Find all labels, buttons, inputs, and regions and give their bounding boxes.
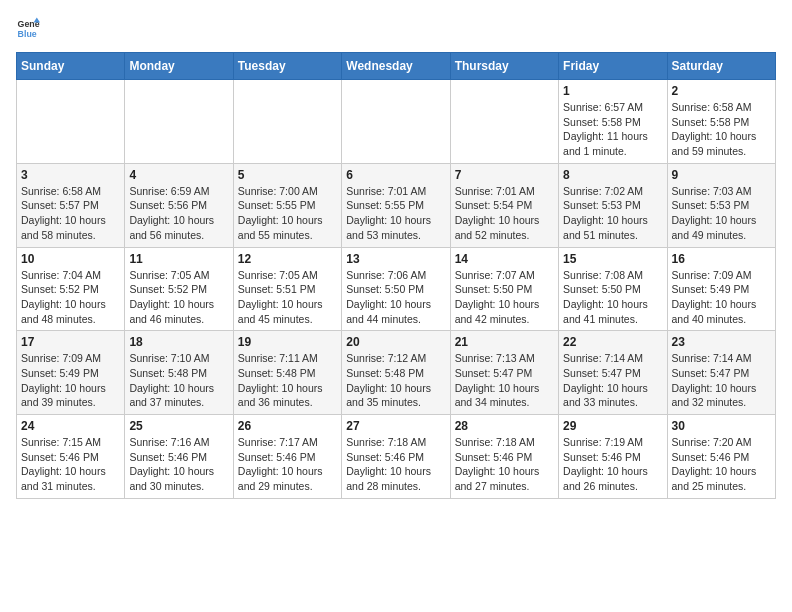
calendar-week-2: 3Sunrise: 6:58 AM Sunset: 5:57 PM Daylig… xyxy=(17,163,776,247)
day-number: 30 xyxy=(672,419,771,433)
day-info: Sunrise: 7:05 AM Sunset: 5:51 PM Dayligh… xyxy=(238,268,337,327)
day-info: Sunrise: 7:12 AM Sunset: 5:48 PM Dayligh… xyxy=(346,351,445,410)
column-header-friday: Friday xyxy=(559,53,667,80)
day-number: 9 xyxy=(672,168,771,182)
day-info: Sunrise: 7:16 AM Sunset: 5:46 PM Dayligh… xyxy=(129,435,228,494)
day-number: 28 xyxy=(455,419,554,433)
calendar-cell: 9Sunrise: 7:03 AM Sunset: 5:53 PM Daylig… xyxy=(667,163,775,247)
day-info: Sunrise: 7:10 AM Sunset: 5:48 PM Dayligh… xyxy=(129,351,228,410)
day-info: Sunrise: 7:03 AM Sunset: 5:53 PM Dayligh… xyxy=(672,184,771,243)
logo: General Blue xyxy=(16,16,40,40)
column-header-tuesday: Tuesday xyxy=(233,53,341,80)
day-info: Sunrise: 7:14 AM Sunset: 5:47 PM Dayligh… xyxy=(563,351,662,410)
day-info: Sunrise: 7:01 AM Sunset: 5:55 PM Dayligh… xyxy=(346,184,445,243)
day-number: 21 xyxy=(455,335,554,349)
day-info: Sunrise: 6:59 AM Sunset: 5:56 PM Dayligh… xyxy=(129,184,228,243)
day-number: 8 xyxy=(563,168,662,182)
calendar-cell: 14Sunrise: 7:07 AM Sunset: 5:50 PM Dayli… xyxy=(450,247,558,331)
day-number: 25 xyxy=(129,419,228,433)
day-info: Sunrise: 6:58 AM Sunset: 5:57 PM Dayligh… xyxy=(21,184,120,243)
day-info: Sunrise: 7:09 AM Sunset: 5:49 PM Dayligh… xyxy=(672,268,771,327)
calendar-body: 1Sunrise: 6:57 AM Sunset: 5:58 PM Daylig… xyxy=(17,80,776,499)
calendar-cell: 26Sunrise: 7:17 AM Sunset: 5:46 PM Dayli… xyxy=(233,415,341,499)
calendar-cell: 3Sunrise: 6:58 AM Sunset: 5:57 PM Daylig… xyxy=(17,163,125,247)
calendar-cell: 7Sunrise: 7:01 AM Sunset: 5:54 PM Daylig… xyxy=(450,163,558,247)
calendar-cell: 17Sunrise: 7:09 AM Sunset: 5:49 PM Dayli… xyxy=(17,331,125,415)
logo-icon: General Blue xyxy=(16,16,40,40)
day-info: Sunrise: 7:00 AM Sunset: 5:55 PM Dayligh… xyxy=(238,184,337,243)
day-info: Sunrise: 7:01 AM Sunset: 5:54 PM Dayligh… xyxy=(455,184,554,243)
calendar-cell: 22Sunrise: 7:14 AM Sunset: 5:47 PM Dayli… xyxy=(559,331,667,415)
calendar-cell: 24Sunrise: 7:15 AM Sunset: 5:46 PM Dayli… xyxy=(17,415,125,499)
calendar-week-5: 24Sunrise: 7:15 AM Sunset: 5:46 PM Dayli… xyxy=(17,415,776,499)
calendar-cell: 30Sunrise: 7:20 AM Sunset: 5:46 PM Dayli… xyxy=(667,415,775,499)
day-number: 29 xyxy=(563,419,662,433)
day-info: Sunrise: 7:02 AM Sunset: 5:53 PM Dayligh… xyxy=(563,184,662,243)
calendar-cell: 6Sunrise: 7:01 AM Sunset: 5:55 PM Daylig… xyxy=(342,163,450,247)
calendar-cell: 19Sunrise: 7:11 AM Sunset: 5:48 PM Dayli… xyxy=(233,331,341,415)
calendar-cell: 25Sunrise: 7:16 AM Sunset: 5:46 PM Dayli… xyxy=(125,415,233,499)
calendar-cell: 11Sunrise: 7:05 AM Sunset: 5:52 PM Dayli… xyxy=(125,247,233,331)
column-header-saturday: Saturday xyxy=(667,53,775,80)
column-header-wednesday: Wednesday xyxy=(342,53,450,80)
day-info: Sunrise: 7:20 AM Sunset: 5:46 PM Dayligh… xyxy=(672,435,771,494)
calendar-cell: 28Sunrise: 7:18 AM Sunset: 5:46 PM Dayli… xyxy=(450,415,558,499)
day-number: 4 xyxy=(129,168,228,182)
calendar-cell: 20Sunrise: 7:12 AM Sunset: 5:48 PM Dayli… xyxy=(342,331,450,415)
day-number: 13 xyxy=(346,252,445,266)
day-info: Sunrise: 7:11 AM Sunset: 5:48 PM Dayligh… xyxy=(238,351,337,410)
calendar-header: SundayMondayTuesdayWednesdayThursdayFrid… xyxy=(17,53,776,80)
day-number: 22 xyxy=(563,335,662,349)
calendar-cell: 8Sunrise: 7:02 AM Sunset: 5:53 PM Daylig… xyxy=(559,163,667,247)
day-number: 10 xyxy=(21,252,120,266)
day-info: Sunrise: 7:08 AM Sunset: 5:50 PM Dayligh… xyxy=(563,268,662,327)
column-header-thursday: Thursday xyxy=(450,53,558,80)
day-info: Sunrise: 7:09 AM Sunset: 5:49 PM Dayligh… xyxy=(21,351,120,410)
day-info: Sunrise: 7:15 AM Sunset: 5:46 PM Dayligh… xyxy=(21,435,120,494)
day-number: 15 xyxy=(563,252,662,266)
calendar-cell xyxy=(233,80,341,164)
day-info: Sunrise: 7:04 AM Sunset: 5:52 PM Dayligh… xyxy=(21,268,120,327)
day-number: 16 xyxy=(672,252,771,266)
calendar-cell: 23Sunrise: 7:14 AM Sunset: 5:47 PM Dayli… xyxy=(667,331,775,415)
calendar-week-4: 17Sunrise: 7:09 AM Sunset: 5:49 PM Dayli… xyxy=(17,331,776,415)
day-number: 24 xyxy=(21,419,120,433)
day-info: Sunrise: 7:19 AM Sunset: 5:46 PM Dayligh… xyxy=(563,435,662,494)
day-info: Sunrise: 7:17 AM Sunset: 5:46 PM Dayligh… xyxy=(238,435,337,494)
day-number: 26 xyxy=(238,419,337,433)
day-info: Sunrise: 7:05 AM Sunset: 5:52 PM Dayligh… xyxy=(129,268,228,327)
day-info: Sunrise: 6:57 AM Sunset: 5:58 PM Dayligh… xyxy=(563,100,662,159)
calendar-week-3: 10Sunrise: 7:04 AM Sunset: 5:52 PM Dayli… xyxy=(17,247,776,331)
column-header-sunday: Sunday xyxy=(17,53,125,80)
day-number: 2 xyxy=(672,84,771,98)
calendar-cell xyxy=(17,80,125,164)
day-info: Sunrise: 7:06 AM Sunset: 5:50 PM Dayligh… xyxy=(346,268,445,327)
calendar-cell: 10Sunrise: 7:04 AM Sunset: 5:52 PM Dayli… xyxy=(17,247,125,331)
day-info: Sunrise: 7:07 AM Sunset: 5:50 PM Dayligh… xyxy=(455,268,554,327)
day-info: Sunrise: 7:18 AM Sunset: 5:46 PM Dayligh… xyxy=(346,435,445,494)
day-info: Sunrise: 7:18 AM Sunset: 5:46 PM Dayligh… xyxy=(455,435,554,494)
day-info: Sunrise: 7:14 AM Sunset: 5:47 PM Dayligh… xyxy=(672,351,771,410)
day-number: 1 xyxy=(563,84,662,98)
calendar-cell: 15Sunrise: 7:08 AM Sunset: 5:50 PM Dayli… xyxy=(559,247,667,331)
calendar-cell: 16Sunrise: 7:09 AM Sunset: 5:49 PM Dayli… xyxy=(667,247,775,331)
day-number: 3 xyxy=(21,168,120,182)
calendar-cell: 2Sunrise: 6:58 AM Sunset: 5:58 PM Daylig… xyxy=(667,80,775,164)
day-number: 5 xyxy=(238,168,337,182)
calendar-cell xyxy=(342,80,450,164)
column-header-monday: Monday xyxy=(125,53,233,80)
day-info: Sunrise: 7:13 AM Sunset: 5:47 PM Dayligh… xyxy=(455,351,554,410)
calendar-cell: 13Sunrise: 7:06 AM Sunset: 5:50 PM Dayli… xyxy=(342,247,450,331)
calendar-cell: 5Sunrise: 7:00 AM Sunset: 5:55 PM Daylig… xyxy=(233,163,341,247)
day-number: 11 xyxy=(129,252,228,266)
calendar-cell: 18Sunrise: 7:10 AM Sunset: 5:48 PM Dayli… xyxy=(125,331,233,415)
day-number: 17 xyxy=(21,335,120,349)
day-number: 27 xyxy=(346,419,445,433)
calendar-cell: 29Sunrise: 7:19 AM Sunset: 5:46 PM Dayli… xyxy=(559,415,667,499)
day-number: 6 xyxy=(346,168,445,182)
calendar-cell: 27Sunrise: 7:18 AM Sunset: 5:46 PM Dayli… xyxy=(342,415,450,499)
calendar-cell: 4Sunrise: 6:59 AM Sunset: 5:56 PM Daylig… xyxy=(125,163,233,247)
calendar-cell: 1Sunrise: 6:57 AM Sunset: 5:58 PM Daylig… xyxy=(559,80,667,164)
calendar-cell xyxy=(450,80,558,164)
day-number: 12 xyxy=(238,252,337,266)
